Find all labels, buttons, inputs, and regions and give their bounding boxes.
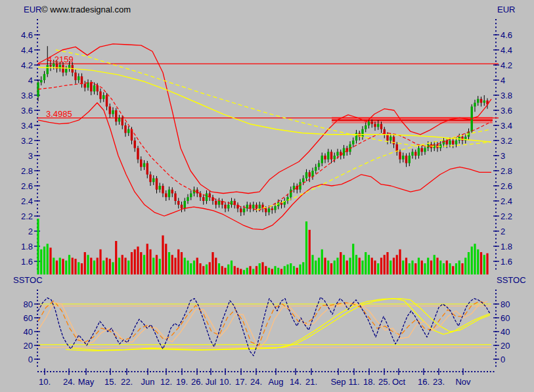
volume-bar bbox=[365, 252, 367, 274]
volume-bar bbox=[334, 261, 336, 274]
volume-bar bbox=[389, 261, 391, 274]
volume-bar bbox=[190, 263, 192, 274]
volume-bar bbox=[240, 269, 242, 275]
candle-down bbox=[177, 201, 179, 205]
price-tick-label: 1.8 bbox=[501, 242, 512, 251]
volume-bar bbox=[302, 262, 304, 274]
candle-down bbox=[137, 148, 139, 160]
candle-up bbox=[206, 194, 208, 202]
candle-up bbox=[334, 156, 336, 160]
candle-up bbox=[93, 85, 95, 91]
volume-bar bbox=[206, 265, 208, 274]
candle-up bbox=[218, 201, 220, 205]
volume-bar bbox=[134, 250, 136, 274]
candle-up bbox=[43, 74, 45, 80]
candle-up bbox=[274, 206, 276, 210]
volume-bar bbox=[359, 258, 361, 275]
price-tick-label: 2.8 bbox=[21, 166, 33, 176]
price-tick-label: 4.2 bbox=[501, 60, 512, 70]
candle-down bbox=[106, 95, 108, 106]
volume-bar bbox=[252, 269, 254, 275]
volume-bar bbox=[106, 258, 108, 275]
volume-bar bbox=[143, 255, 145, 274]
candle-up bbox=[352, 141, 354, 144]
stoch-tick-label: 80 bbox=[24, 299, 33, 309]
volume-bar bbox=[202, 266, 204, 274]
date-tick-label: 16. bbox=[418, 377, 430, 387]
candle-down bbox=[215, 201, 217, 205]
date-tick-label: 23. bbox=[433, 377, 445, 387]
candle-down bbox=[156, 179, 158, 190]
volume-bar bbox=[277, 268, 279, 274]
candle-up bbox=[455, 141, 457, 144]
volume-bar bbox=[97, 258, 99, 275]
candle-up bbox=[474, 103, 476, 107]
date-tick-label: 22. bbox=[121, 377, 133, 387]
date-tick-label: May bbox=[78, 377, 95, 387]
volume-bar bbox=[409, 263, 411, 274]
volume-bar bbox=[43, 247, 45, 275]
candle-up bbox=[37, 82, 39, 97]
candle-down bbox=[386, 135, 388, 141]
volume-bar bbox=[53, 258, 55, 275]
volume-bar bbox=[324, 258, 326, 275]
price-tick-label: 2.8 bbox=[501, 166, 512, 176]
volume-bar bbox=[49, 248, 51, 274]
volume-bar bbox=[152, 258, 154, 275]
volume-bar bbox=[68, 255, 70, 274]
volume-bar bbox=[439, 261, 441, 274]
volume-bar bbox=[340, 252, 342, 274]
candle-down bbox=[236, 205, 238, 209]
stoch-tick-label: 40 bbox=[501, 327, 510, 337]
volume-bar bbox=[131, 252, 133, 274]
volume-bar bbox=[259, 263, 261, 274]
volume-bar bbox=[443, 263, 445, 274]
date-tick-label: 24. bbox=[63, 377, 75, 387]
candle-down bbox=[146, 163, 148, 175]
volume-bar bbox=[127, 261, 129, 274]
copyright-watermark: © www.tradesignal.com bbox=[41, 5, 131, 14]
date-tick-label: 24. bbox=[250, 377, 262, 387]
volume-bar bbox=[274, 266, 276, 274]
candle-up bbox=[365, 125, 367, 129]
candle-down bbox=[97, 85, 99, 91]
candle-down bbox=[265, 209, 267, 213]
volume-bar bbox=[159, 259, 161, 274]
candle-down bbox=[414, 152, 416, 156]
chart-canvas[interactable]: 4.64.44.243.83.63.43.232.82.62.42.221.81… bbox=[0, 0, 534, 392]
price-tick-label: 2.2 bbox=[21, 211, 33, 221]
candle-up bbox=[315, 167, 317, 171]
volume-bar bbox=[268, 268, 270, 274]
volume-bar bbox=[486, 253, 488, 274]
volume-bar bbox=[361, 261, 363, 274]
price-tick-label: 3 bbox=[28, 151, 33, 161]
price-tick-label: 2 bbox=[28, 227, 33, 236]
candle-up bbox=[477, 99, 479, 103]
candle-up bbox=[252, 205, 254, 209]
volume-bar bbox=[99, 250, 101, 274]
price-tick-label: 3.8 bbox=[21, 91, 33, 100]
volume-bar bbox=[168, 252, 170, 274]
volume-bar bbox=[62, 259, 64, 274]
candle-up bbox=[321, 156, 323, 163]
date-tick-label: 12. bbox=[160, 377, 172, 387]
candle-down bbox=[74, 73, 76, 81]
volume-bar bbox=[218, 263, 220, 274]
candle-down bbox=[380, 124, 382, 129]
volume-bar bbox=[224, 268, 226, 274]
candle-down bbox=[140, 160, 142, 167]
volume-bar bbox=[65, 261, 67, 274]
volume-bar bbox=[421, 261, 423, 274]
price-tick-label: 3.2 bbox=[501, 136, 512, 146]
candle-up bbox=[449, 141, 451, 144]
date-tick-label: Jun bbox=[141, 377, 155, 387]
volume-bar bbox=[227, 265, 229, 274]
volume-bar bbox=[384, 255, 386, 274]
volume-bars bbox=[37, 219, 488, 274]
volume-bar bbox=[461, 263, 463, 274]
candle-up bbox=[290, 190, 292, 198]
candle-down bbox=[330, 152, 332, 160]
volume-bar bbox=[118, 258, 120, 275]
price-tick-label: 3.6 bbox=[501, 106, 512, 116]
volume-bar bbox=[196, 258, 198, 275]
